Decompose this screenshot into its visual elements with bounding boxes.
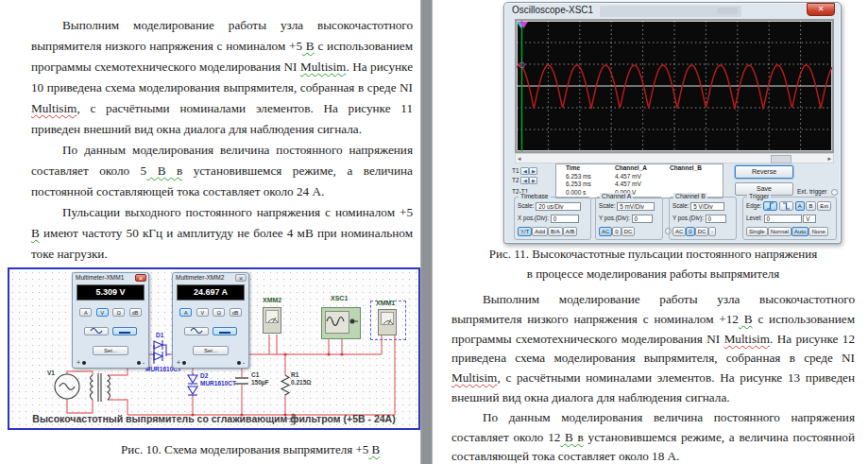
xmm2-instrument-icon[interactable]: [263, 307, 281, 334]
trigger-single-button[interactable]: Single: [746, 227, 768, 236]
t1-readout-row: 6.253 ms 4.457 mV: [556, 173, 723, 181]
timebase-scale-field[interactable]: 20 us/Div: [536, 202, 581, 211]
channel-b-column-header: Channel_B: [670, 164, 717, 173]
channel-a-ypos-field[interactable]: 0: [632, 215, 653, 223]
channel-b-ac-button[interactable]: AC: [672, 227, 686, 236]
db-mode-button[interactable]: dB: [230, 308, 242, 317]
multimeter-xmm1-reading: 5.309 V: [77, 284, 145, 301]
channel-b-ypos-label: Y pos.(Div):: [672, 215, 704, 221]
add-mode-button[interactable]: Add: [532, 227, 548, 236]
document-page-right: Oscilloscope-XSC1 ✕: [433, 0, 868, 464]
oscilloscope-window-title[interactable]: Oscilloscope-XSC1: [512, 5, 593, 15]
page-divider: [420, 0, 433, 464]
ohm-mode-button[interactable]: Ω: [213, 308, 225, 317]
close-icon[interactable]: ✕: [135, 274, 146, 282]
trigger-level-unit[interactable]: V: [803, 215, 816, 223]
trigger-level-field[interactable]: 0: [764, 215, 802, 223]
t2-right-arrow-button[interactable]: ▶: [529, 177, 537, 184]
channel-b-dc-button[interactable]: DC: [695, 227, 709, 236]
close-icon[interactable]: ✕: [235, 274, 247, 282]
v1-source[interactable]: [55, 374, 79, 399]
rising-edge-icon: [766, 202, 774, 210]
minus-terminal: -: [237, 359, 245, 366]
t2-readout-row: 6.253 ms 4.457 mV: [556, 180, 723, 189]
ab-mode-button[interactable]: A/B: [563, 227, 578, 236]
d2-diode[interactable]: [188, 373, 197, 396]
channel-a-dc-button[interactable]: DC: [621, 227, 636, 236]
xsc1-instrument-icon[interactable]: [321, 307, 361, 339]
oscilloscope-mini-screen-icon: [325, 311, 349, 334]
timebase-scale-label: Scale:: [518, 202, 535, 209]
close-icon[interactable]: ✕: [807, 3, 835, 16]
plus-terminal: +: [177, 359, 186, 366]
trigger-normal-button[interactable]: Normal: [768, 227, 791, 236]
c1-value: 150µF: [251, 379, 269, 387]
ext-trigger-radio[interactable]: [831, 189, 838, 196]
v1-label: V1: [47, 369, 55, 376]
set-button[interactable]: Set...: [93, 346, 128, 355]
ba-mode-button[interactable]: B/A: [548, 227, 563, 236]
multimeter-xmm2-window: Multimeter-XMM2 ✕ 24.697 A A V Ω dB Set.…: [172, 272, 249, 369]
volt-mode-button[interactable]: V: [196, 308, 209, 317]
trigger-b-button[interactable]: B: [806, 201, 815, 211]
figure-10-frame: V1 T1 D1 MUR1610CT D2 MUR1610CT L1 150µH…: [8, 267, 420, 430]
channel-a-scale-field[interactable]: 5 mV/Div: [617, 202, 655, 211]
t2-label: T2: [512, 177, 519, 183]
dc-mode-button[interactable]: [112, 327, 137, 335]
r1-value: 0.215Ω: [291, 379, 311, 386]
rising-edge-button[interactable]: [763, 201, 777, 211]
paragraph: По данным моделирования величина постоян…: [451, 408, 855, 464]
set-button[interactable]: Set...: [193, 346, 229, 355]
dc-line-icon: [219, 332, 230, 334]
ac-mode-button[interactable]: [84, 327, 109, 335]
trigger-group: Trigger Edge: A B Ext Level: 0 V SingleN…: [742, 197, 837, 240]
yt-mode-button[interactable]: Y/T: [518, 227, 532, 236]
dc-mode-button[interactable]: [213, 327, 237, 335]
t1-transformer[interactable]: [91, 373, 111, 402]
volt-mode-button[interactable]: V: [96, 308, 109, 317]
channel-b-ypos-field[interactable]: 0: [706, 215, 726, 223]
schematic-banner: Высокочастотный выпрямитель со сглаживаю…: [9, 413, 418, 424]
scroll-right-icon[interactable]: ▸: [827, 154, 831, 163]
scroll-left-icon[interactable]: ◂: [518, 154, 521, 163]
scope-horizontal-scrollbar[interactable]: ◂ ▸: [515, 153, 834, 163]
sine-icon: [90, 328, 103, 334]
meter-face-icon: [381, 312, 394, 325]
channel-b-zero-button[interactable]: 0: [686, 227, 694, 236]
multimeter-xmm1-window: Multimeter-XMM1 ✕ 5.309 V A V Ω dB Set..…: [72, 272, 149, 369]
document-page-left: Выполним моделирование работы узла высок…: [0, 0, 420, 464]
r1-resistor[interactable]: [281, 375, 289, 395]
db-mode-button[interactable]: dB: [129, 308, 142, 317]
multimeter-xmm1-title: Multimeter-XMM1: [76, 274, 124, 281]
channel-a-ac-button[interactable]: AC: [599, 227, 612, 236]
trigger-none-button[interactable]: None: [808, 227, 827, 236]
trigger-ext-button[interactable]: Ext: [817, 201, 831, 211]
t2-left-arrow-button[interactable]: ◀: [520, 177, 529, 184]
timebase-xpos-field[interactable]: 0: [551, 215, 579, 223]
channel-b-minus-button[interactable]: -: [708, 227, 716, 236]
ext-trigger-label: Ext. trigger: [797, 188, 826, 195]
multimeter-xmm1-titlebar[interactable]: Multimeter-XMM1 ✕: [73, 273, 148, 284]
ampere-mode-button[interactable]: A: [179, 308, 192, 317]
channel-b-scale-field[interactable]: 5 V/Div: [690, 202, 724, 211]
falling-edge-button[interactable]: [779, 201, 793, 211]
trigger-a-button[interactable]: A: [795, 201, 805, 211]
xmm1-instrument-icon[interactable]: [378, 309, 397, 335]
t1-row: T1 ◀▶: [512, 167, 537, 175]
t1-right-arrow-button[interactable]: ▶: [529, 167, 537, 175]
scrollbar-thumb[interactable]: [771, 155, 791, 163]
figure-10-caption: Рис. 10. Схема моделирования выпрямителя…: [121, 442, 380, 457]
trigger-auto-button[interactable]: Auto: [791, 227, 808, 236]
d1-diode[interactable]: [151, 340, 170, 364]
c1-capacitor[interactable]: [235, 378, 248, 384]
time-column-header: Time: [556, 164, 615, 173]
reverse-button[interactable]: Reverse: [735, 165, 793, 179]
ampere-mode-button[interactable]: A: [79, 308, 92, 317]
t1-left-arrow-button[interactable]: ◀: [520, 167, 529, 175]
channel-a-zero-button[interactable]: 0: [612, 227, 621, 236]
paragraph: Выполним моделирование работы узла высок…: [451, 290, 855, 408]
ohm-mode-button[interactable]: Ω: [112, 308, 125, 317]
multimeter-xmm2-titlebar[interactable]: Multimeter-XMM2 ✕: [173, 273, 248, 284]
ac-mode-button[interactable]: [184, 327, 209, 335]
background-window-ghost: [599, 5, 742, 18]
